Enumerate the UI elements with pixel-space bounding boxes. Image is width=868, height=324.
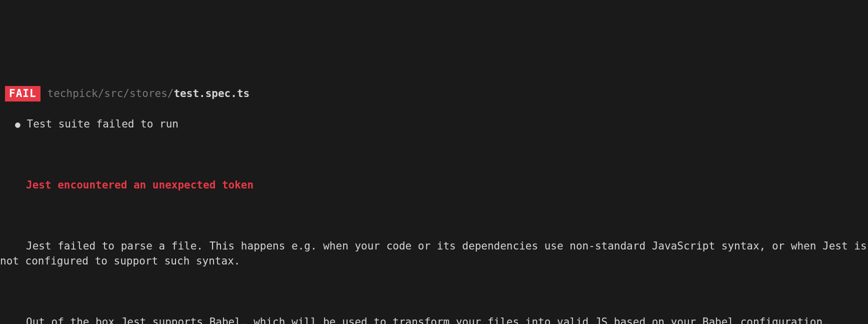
error-para-2: Out of the box Jest supports Babel, whic… bbox=[0, 314, 868, 324]
terminal-output: FAILtechpick/src/stores/test.spec.ts ● T… bbox=[0, 71, 868, 324]
error-title: Jest encountered an unexpected token bbox=[26, 179, 254, 191]
fail-badge: FAIL bbox=[5, 86, 40, 101]
test-header: FAILtechpick/src/stores/test.spec.ts bbox=[0, 86, 868, 101]
error-para-1: Jest failed to parse a file. This happen… bbox=[0, 238, 868, 269]
suite-failed-line: ● Test suite failed to run bbox=[0, 116, 868, 132]
suite-failed-text: Test suite failed to run bbox=[27, 118, 178, 130]
error-title-line: Jest encountered an unexpected token bbox=[0, 178, 868, 192]
test-file-path: techpick/src/stores/test.spec.ts bbox=[48, 86, 250, 101]
bullet-icon: ● bbox=[15, 119, 20, 130]
